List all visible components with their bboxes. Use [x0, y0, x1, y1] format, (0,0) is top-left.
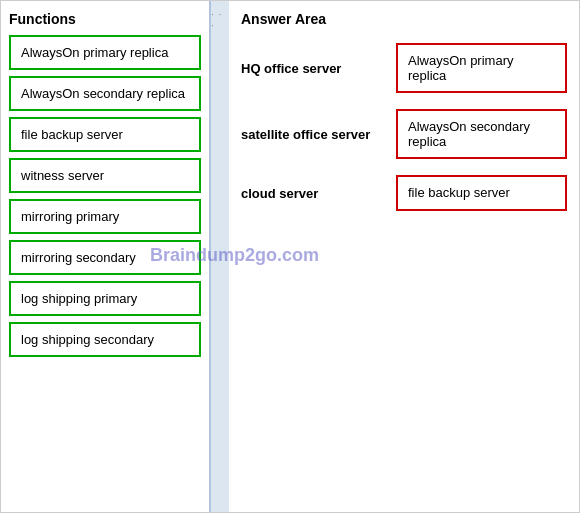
function-item-mirroring-secondary[interactable]: mirroring secondary: [9, 240, 201, 275]
answer-row-satellite: satellite office serverAlwaysOn secondar…: [241, 109, 567, 159]
answer-label-cloud: cloud server: [241, 186, 396, 201]
main-container: Functions AlwaysOn primary replicaAlways…: [0, 0, 580, 513]
right-panel-title: Answer Area: [241, 11, 567, 27]
divider-dots: · · ·: [211, 9, 229, 31]
function-item-always-on-secondary[interactable]: AlwaysOn secondary replica: [9, 76, 201, 111]
function-item-witness[interactable]: witness server: [9, 158, 201, 193]
functions-list: AlwaysOn primary replicaAlwaysOn seconda…: [9, 35, 201, 357]
answer-rows: HQ office serverAlwaysOn primary replica…: [241, 43, 567, 211]
answer-row-hq: HQ office serverAlwaysOn primary replica: [241, 43, 567, 93]
function-item-log-shipping-primary[interactable]: log shipping primary: [9, 281, 201, 316]
answer-box-hq[interactable]: AlwaysOn primary replica: [396, 43, 567, 93]
answer-label-hq: HQ office server: [241, 61, 396, 76]
answer-row-cloud: cloud serverfile backup server: [241, 175, 567, 211]
function-item-mirroring-primary[interactable]: mirroring primary: [9, 199, 201, 234]
answer-box-cloud[interactable]: file backup server: [396, 175, 567, 211]
right-panel: Answer Area HQ office serverAlwaysOn pri…: [229, 1, 579, 512]
left-panel: Functions AlwaysOn primary replicaAlways…: [1, 1, 211, 512]
divider: · · ·: [211, 1, 229, 512]
left-panel-title: Functions: [9, 11, 201, 27]
answer-box-satellite[interactable]: AlwaysOn secondary replica: [396, 109, 567, 159]
function-item-file-backup[interactable]: file backup server: [9, 117, 201, 152]
function-item-always-on-primary[interactable]: AlwaysOn primary replica: [9, 35, 201, 70]
answer-label-satellite: satellite office server: [241, 127, 396, 142]
function-item-log-shipping-secondary[interactable]: log shipping secondary: [9, 322, 201, 357]
